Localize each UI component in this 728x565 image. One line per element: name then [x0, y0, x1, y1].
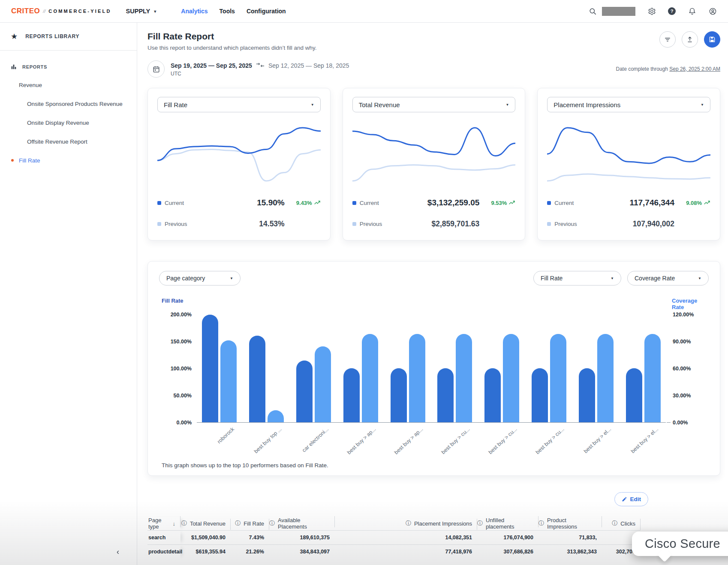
left-metric-label: Fill Rate	[541, 275, 563, 282]
column-header-page-type[interactable]: Page type↓	[147, 517, 180, 530]
coverage-rate-bar[interactable]	[550, 334, 566, 422]
notifications-bell-icon[interactable]	[688, 7, 696, 15]
coverage-rate-bar[interactable]	[362, 334, 378, 422]
info-icon[interactable]: ⓘ	[477, 520, 483, 527]
column-header-unfilled-placements[interactable]: ⓘUnfilled placements	[477, 517, 538, 530]
sidebar-item-offsite-revenue-report[interactable]: Offsite Revenue Report	[0, 132, 137, 151]
completeness-value[interactable]: Sep 26, 2025 2:00 AM	[669, 66, 720, 72]
sidebar-item-reports-library[interactable]: ★ REPORTS LIBRARY	[0, 23, 137, 50]
coverage-rate-bar[interactable]	[268, 410, 284, 422]
left-axis: Fill Rate 200.00%150.00%100.00%50.00%0.0…	[159, 298, 197, 461]
cell-product-impressions: 313,862,343	[538, 549, 602, 555]
info-icon[interactable]: ⓘ	[235, 520, 241, 527]
kpi-metric-label: Total Revenue	[359, 101, 400, 108]
coverage-rate-bar[interactable]	[597, 334, 614, 422]
search-icon[interactable]	[588, 7, 597, 15]
coverage-rate-bar[interactable]	[315, 346, 331, 423]
coverage-rate-bar[interactable]	[644, 334, 661, 422]
star-icon: ★	[11, 32, 18, 41]
coverage-rate-bar[interactable]	[503, 334, 519, 422]
workspace-selector[interactable]: SUPPLY ▾	[126, 8, 156, 15]
column-header-total-revenue[interactable]: ⓘTotal Revenue	[180, 520, 231, 527]
info-icon[interactable]: ⓘ	[612, 520, 617, 527]
fill-rate-bar[interactable]	[626, 368, 642, 422]
sidebar-section-reports[interactable]: REPORTS	[0, 60, 137, 74]
info-icon[interactable]: ⓘ	[269, 520, 275, 527]
settings-gear-icon[interactable]	[647, 7, 656, 15]
date-range-row: Sep 19, 2025 — Sep 25, 2025 Sep 12, 2025…	[147, 60, 720, 78]
save-button[interactable]	[704, 31, 720, 48]
current-date-range[interactable]: Sep 19, 2025 — Sep 25, 2025	[171, 62, 252, 69]
sort-descending-icon[interactable]: ↓	[173, 520, 176, 527]
bar-group-car-electroni	[296, 346, 331, 423]
cisco-secure-popup[interactable]: Cisco Secure	[632, 532, 728, 556]
fill-rate-bar[interactable]	[202, 315, 218, 422]
cell-placement-impressions: 14,082,351	[335, 535, 477, 541]
column-label: Available Placements	[278, 517, 330, 530]
fill-rate-bar[interactable]	[296, 361, 313, 422]
report-data-table: Page type↓ⓘTotal RevenueⓘFill RateⓘAvail…	[147, 517, 641, 559]
kpi-metric-selector[interactable]: Total Revenue▼	[352, 97, 516, 112]
account-icon[interactable]	[708, 7, 717, 15]
previous-date-range[interactable]: Sep 12, 2025 — Sep 18, 2025	[268, 62, 349, 69]
kpi-metric-selector[interactable]: Fill Rate▼	[157, 97, 321, 112]
fill-rate-bar[interactable]	[343, 368, 360, 422]
fill-rate-bar[interactable]	[249, 336, 265, 422]
topbar: CRITEO // COMMERCE-YIELD SUPPLY ▾ Analyt…	[0, 0, 728, 23]
sidebar-item-fill-rate[interactable]: Fill Rate	[0, 151, 137, 170]
help-icon[interactable]: ?	[668, 7, 676, 15]
nav-tab-configuration[interactable]: Configuration	[247, 8, 286, 15]
kpi-cards-row: Fill Rate▼Current15.90%9.43%Previous14.5…	[147, 88, 720, 240]
fill-rate-bar[interactable]	[579, 368, 595, 422]
bar-group-best-buy-el	[579, 334, 614, 422]
column-header-product-impressions[interactable]: ⓘProduct Impressions	[538, 517, 602, 530]
table-header-row: Page type↓ⓘTotal RevenueⓘFill RateⓘAvail…	[147, 517, 641, 530]
trend-sparkline-chart[interactable]	[352, 122, 516, 186]
criteo-logo[interactable]: CRITEO // COMMERCE-YIELD	[11, 7, 111, 15]
nav-tab-tools[interactable]: Tools	[220, 8, 235, 15]
coverage-rate-bar[interactable]	[456, 334, 472, 422]
trend-sparkline-chart[interactable]	[157, 122, 321, 186]
coverage-rate-bar[interactable]	[409, 334, 425, 422]
previous-swatch	[352, 222, 356, 226]
reports-section-label: REPORTS	[22, 64, 47, 69]
left-axis-tick: 50.00%	[174, 393, 192, 399]
edit-button-label: Edit	[630, 496, 641, 502]
sidebar-item-label: Revenue	[19, 82, 42, 88]
nav-tab-analytics[interactable]: Analytics	[181, 8, 208, 15]
sidebar-collapse-button[interactable]: ‹	[112, 546, 123, 557]
sidebar-item-onsite-display-revenue[interactable]: Onsite Display Revenue	[0, 113, 137, 132]
product-wordmark: COMMERCE-YIELD	[48, 9, 111, 14]
calendar-button[interactable]	[147, 60, 165, 78]
table-row-search[interactable]: search$1,509,040.907.43%189,610,37514,08…	[147, 530, 641, 544]
kpi-metric-selector[interactable]: Placement Impressions▼	[547, 97, 710, 112]
column-header-placement-impressions[interactable]: ⓘPlacement Impressions	[335, 520, 477, 527]
sidebar-item-label: Offsite Revenue Report	[27, 138, 87, 145]
right-metric-selector[interactable]: Coverage Rate ▼	[627, 271, 709, 286]
info-icon[interactable]: ⓘ	[538, 520, 544, 527]
legend-previous-row: Previous107,940,002	[547, 219, 710, 228]
export-button[interactable]	[682, 31, 698, 48]
column-header-fill-rate[interactable]: ⓘFill Rate	[231, 520, 269, 527]
filter-button[interactable]	[659, 31, 676, 48]
fill-rate-bar[interactable]	[484, 368, 501, 422]
sidebar-item-revenue[interactable]: Revenue	[0, 75, 137, 94]
column-header-clicks[interactable]: ⓘClicks	[602, 520, 641, 527]
x-axis-label: best buy > ap...	[391, 423, 425, 461]
table-row-productdetail[interactable]: productdetail$619,355.9421.26%384,843,09…	[147, 544, 641, 559]
column-label: Product Impressions	[547, 517, 597, 530]
fill-rate-bar[interactable]	[391, 368, 407, 422]
trend-sparkline-chart[interactable]	[547, 122, 710, 186]
sidebar-item-onsite-sponsored-products-revenue[interactable]: Onsite Sponsored Products Revenue	[0, 94, 137, 113]
chevron-down-icon: ▼	[311, 103, 314, 107]
info-icon[interactable]: ⓘ	[181, 520, 187, 527]
fill-rate-bar[interactable]	[437, 368, 454, 422]
info-icon[interactable]: ⓘ	[406, 520, 411, 527]
coverage-rate-bar[interactable]	[220, 340, 237, 422]
column-header-available-placements[interactable]: ⓘAvailable Placements	[269, 517, 335, 530]
reports-library-label: REPORTS LIBRARY	[25, 33, 79, 39]
edit-table-button[interactable]: Edit	[614, 492, 649, 506]
fill-rate-bar[interactable]	[532, 368, 548, 422]
dimension-selector[interactable]: Page category ▼	[159, 271, 241, 286]
left-metric-selector[interactable]: Fill Rate ▼	[533, 271, 621, 286]
